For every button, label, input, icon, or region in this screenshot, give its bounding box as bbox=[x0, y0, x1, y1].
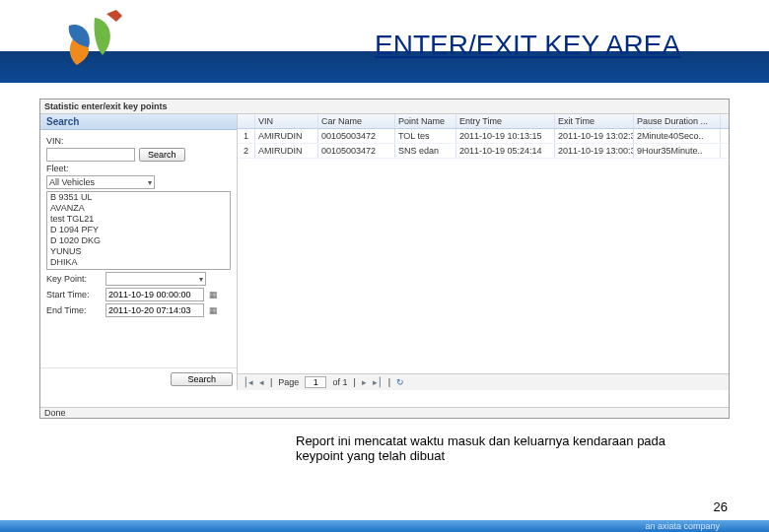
list-item[interactable]: RANGKI bbox=[47, 268, 230, 270]
cell-entry: 2011-10-19 05:24:14 bbox=[456, 144, 555, 158]
cell-dur: 9Hour35Minute.. bbox=[634, 144, 721, 158]
vin-label: VIN: bbox=[46, 136, 102, 146]
cell-idx: 2 bbox=[238, 144, 255, 158]
brand-logo bbox=[47, 6, 136, 75]
start-time-input[interactable] bbox=[105, 288, 204, 301]
search-panel-header: Search bbox=[40, 114, 237, 130]
search-button[interactable]: Search bbox=[171, 372, 233, 386]
table-row[interactable]: 2 AMIRUDIN 00105003472 SNS edan 2011-10-… bbox=[238, 144, 729, 159]
pager-prev-icon[interactable]: ◂ bbox=[259, 377, 264, 387]
cell-exit: 2011-10-19 13:00:30 bbox=[555, 144, 634, 158]
slide-title: ENTER/EXIT KEY AREA bbox=[375, 30, 680, 61]
cell-vin: AMIRUDIN bbox=[255, 144, 318, 158]
fleet-label: Fleet: bbox=[46, 164, 102, 173]
vin-search-button[interactable]: Search bbox=[139, 148, 185, 162]
pager: ⎮◂ ◂ | Page of 1 | ▸ ▸⎮ | ↻ bbox=[238, 373, 729, 390]
chevron-down-icon: ▾ bbox=[148, 178, 152, 187]
cell-idx: 1 bbox=[238, 129, 255, 143]
fleet-select-value: All Vehicles bbox=[49, 177, 95, 187]
refresh-icon[interactable]: ↻ bbox=[396, 377, 404, 387]
pager-page-input[interactable] bbox=[305, 376, 326, 388]
pager-first-icon[interactable]: ⎮◂ bbox=[244, 377, 253, 387]
list-item[interactable]: AVANZA bbox=[47, 203, 230, 214]
vin-input[interactable] bbox=[46, 148, 135, 162]
cell-exit: 2011-10-19 13:02:30 bbox=[555, 129, 634, 143]
calendar-icon[interactable]: ▦ bbox=[209, 290, 218, 299]
footer-text: an axiata company bbox=[645, 521, 720, 531]
end-time-input[interactable] bbox=[105, 303, 204, 317]
list-item[interactable]: YUNUS bbox=[47, 246, 230, 257]
pager-last-icon[interactable]: ▸⎮ bbox=[373, 377, 383, 387]
status-bar: Done bbox=[40, 407, 729, 418]
slide-page-number: 26 bbox=[714, 499, 728, 514]
results-panel: VIN Car Name Point Name Entry Time Exit … bbox=[238, 114, 729, 390]
col-idx[interactable] bbox=[238, 114, 255, 128]
keypoint-select[interactable]: ▾ bbox=[105, 272, 206, 286]
calendar-icon[interactable]: ▦ bbox=[209, 305, 218, 315]
search-panel: Search VIN: Search Fleet: All Vehicles ▾ bbox=[40, 114, 238, 390]
pager-next-icon[interactable]: ▸ bbox=[362, 377, 367, 387]
list-item[interactable]: D 1020 DKG bbox=[47, 235, 230, 246]
app-frame: Statistic enter/exit key points Search V… bbox=[39, 99, 730, 419]
col-carname[interactable]: Car Name bbox=[318, 114, 395, 128]
cell-point: SNS edan bbox=[395, 144, 456, 158]
keypoint-label: Key Point: bbox=[46, 274, 102, 284]
pager-of-label: of 1 bbox=[332, 377, 347, 387]
col-exit[interactable]: Exit Time bbox=[555, 114, 634, 128]
results-grid: VIN Car Name Point Name Entry Time Exit … bbox=[238, 114, 729, 373]
chevron-down-icon: ▾ bbox=[199, 275, 203, 284]
fleet-select[interactable]: All Vehicles ▾ bbox=[46, 175, 155, 189]
end-time-label: End Time: bbox=[46, 305, 102, 315]
cell-car: 00105003472 bbox=[318, 144, 395, 158]
cell-entry: 2011-10-19 10:13:15 bbox=[456, 129, 555, 143]
table-row[interactable]: 1 AMIRUDIN 00105003472 TOL tes 2011-10-1… bbox=[238, 129, 729, 144]
col-entry[interactable]: Entry Time bbox=[456, 114, 555, 128]
start-time-label: Start Time: bbox=[46, 290, 102, 299]
list-item[interactable]: DHIKA bbox=[47, 257, 230, 268]
pager-page-label: Page bbox=[278, 377, 299, 387]
grid-header: VIN Car Name Point Name Entry Time Exit … bbox=[238, 114, 729, 129]
list-item[interactable]: test TGL21 bbox=[47, 214, 230, 225]
cell-vin: AMIRUDIN bbox=[255, 129, 318, 143]
list-item[interactable]: B 9351 UL bbox=[47, 192, 230, 203]
cell-point: TOL tes bbox=[395, 129, 456, 143]
col-pointname[interactable]: Point Name bbox=[395, 114, 456, 128]
list-item[interactable]: D 1094 PFY bbox=[47, 225, 230, 235]
cell-car: 00105003472 bbox=[318, 129, 395, 143]
col-duration[interactable]: Pause Duration ... bbox=[634, 114, 721, 128]
vehicle-listbox[interactable]: B 9351 UL AVANZA test TGL21 D 1094 PFY D… bbox=[46, 191, 231, 270]
frame-title: Statistic enter/exit key points bbox=[40, 100, 729, 114]
slide-caption: Report ini mencatat waktu masuk dan kelu… bbox=[296, 433, 690, 463]
col-vin[interactable]: VIN bbox=[255, 114, 318, 128]
cell-dur: 2Minute40Seco.. bbox=[634, 129, 721, 143]
